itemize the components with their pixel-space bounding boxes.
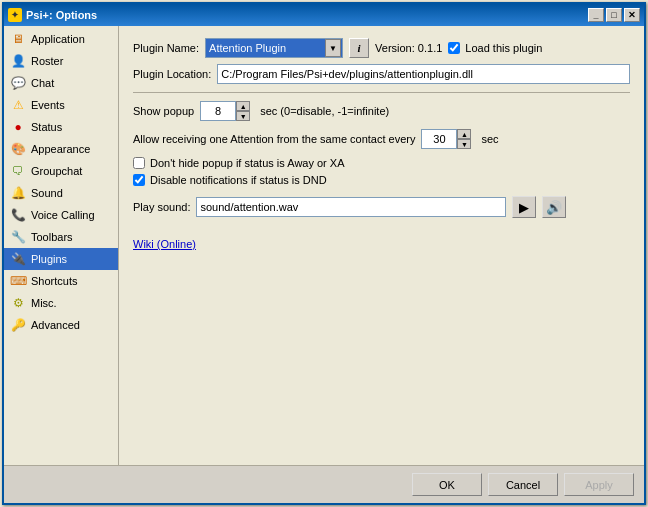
sidebar-item-appearance[interactable]: 🎨 Appearance: [4, 138, 118, 160]
play-icon: ▶: [519, 200, 529, 215]
allow-receiving-decrement[interactable]: ▼: [457, 139, 471, 149]
sidebar-label-application: Application: [31, 33, 85, 45]
info-icon: i: [358, 42, 361, 54]
sidebar-item-groupchat[interactable]: 🗨 Groupchat: [4, 160, 118, 182]
chat-icon: 💬: [10, 75, 26, 91]
version-text: Version: 0.1.1: [375, 42, 442, 54]
plugin-name-dropdown-wrapper: Attention Plugin ▼: [205, 38, 343, 58]
sidebar-item-plugins[interactable]: 🔌 Plugins: [4, 248, 118, 270]
sidebar-label-chat: Chat: [31, 77, 54, 89]
dont-hide-checkbox[interactable]: [133, 157, 145, 169]
play-sound-label: Play sound:: [133, 201, 190, 213]
play-sound-input[interactable]: [196, 197, 506, 217]
misc-icon: ⚙: [10, 295, 26, 311]
advanced-icon: 🔑: [10, 317, 26, 333]
application-icon: 🖥: [10, 31, 26, 47]
sidebar-item-application[interactable]: 🖥 Application: [4, 28, 118, 50]
status-icon: ●: [10, 119, 26, 135]
title-bar: ✦ Psi+: Options _ □ ✕: [4, 4, 644, 26]
sidebar-item-roster[interactable]: 👤 Roster: [4, 50, 118, 72]
dont-hide-label: Don't hide popup if status is Away or XA: [150, 157, 345, 169]
sound-icon: 🔔: [10, 185, 26, 201]
sidebar-label-toolbars: Toolbars: [31, 231, 73, 243]
show-popup-decrement[interactable]: ▼: [236, 111, 250, 121]
shortcuts-icon: ⌨: [10, 273, 26, 289]
roster-icon: 👤: [10, 53, 26, 69]
close-button[interactable]: ✕: [624, 8, 640, 22]
plugin-location-label: Plugin Location:: [133, 68, 211, 80]
load-plugin-checkbox[interactable]: [448, 42, 460, 54]
sidebar-item-sound[interactable]: 🔔 Sound: [4, 182, 118, 204]
sidebar-label-shortcuts: Shortcuts: [31, 275, 77, 287]
sidebar-label-sound: Sound: [31, 187, 63, 199]
bottom-bar: OK Cancel Apply: [4, 465, 644, 503]
show-popup-increment[interactable]: ▲: [236, 101, 250, 111]
load-plugin-label: Load this plugin: [465, 42, 542, 54]
window-icon: ✦: [8, 8, 22, 22]
plugin-name-select[interactable]: Attention Plugin: [205, 38, 343, 58]
plugin-location-input[interactable]: [217, 64, 630, 84]
sidebar-label-appearance: Appearance: [31, 143, 90, 155]
info-button[interactable]: i: [349, 38, 369, 58]
show-popup-spinbox: ▲ ▼: [200, 101, 250, 121]
sidebar: 🖥 Application 👤 Roster 💬 Chat ⚠ Events ●: [4, 26, 119, 465]
sidebar-label-advanced: Advanced: [31, 319, 80, 331]
window-title: Psi+: Options: [26, 9, 97, 21]
show-popup-input[interactable]: [200, 101, 236, 121]
sidebar-item-advanced[interactable]: 🔑 Advanced: [4, 314, 118, 336]
allow-receiving-label: Allow receiving one Attention from the s…: [133, 133, 415, 145]
plugin-name-label: Plugin Name:: [133, 42, 199, 54]
voice-calling-icon: 📞: [10, 207, 26, 223]
play-sound-button[interactable]: ▶: [512, 196, 536, 218]
show-popup-label: Show popup: [133, 105, 194, 117]
disable-notif-label: Disable notifications if status is DND: [150, 174, 327, 186]
plugins-icon: 🔌: [10, 251, 26, 267]
apply-button[interactable]: Apply: [564, 473, 634, 496]
main-window: ✦ Psi+: Options _ □ ✕ 🖥 Application 👤 Ro…: [2, 2, 646, 505]
events-icon: ⚠: [10, 97, 26, 113]
sidebar-label-events: Events: [31, 99, 65, 111]
mute-button[interactable]: 🔊: [542, 196, 566, 218]
show-popup-suffix: sec (0=disable, -1=infinite): [260, 105, 389, 117]
sidebar-item-events[interactable]: ⚠ Events: [4, 94, 118, 116]
allow-receiving-suffix: sec: [481, 133, 498, 145]
sidebar-item-chat[interactable]: 💬 Chat: [4, 72, 118, 94]
appearance-icon: 🎨: [10, 141, 26, 157]
allow-receiving-input[interactable]: [421, 129, 457, 149]
sidebar-label-plugins: Plugins: [31, 253, 67, 265]
ok-button[interactable]: OK: [412, 473, 482, 496]
toolbars-icon: 🔧: [10, 229, 26, 245]
sidebar-label-status: Status: [31, 121, 62, 133]
sidebar-label-roster: Roster: [31, 55, 63, 67]
sidebar-item-shortcuts[interactable]: ⌨ Shortcuts: [4, 270, 118, 292]
minimize-button[interactable]: _: [588, 8, 604, 22]
disable-notif-checkbox[interactable]: [133, 174, 145, 186]
allow-receiving-spinbox: ▲ ▼: [421, 129, 471, 149]
wiki-link[interactable]: Wiki (Online): [133, 238, 196, 250]
allow-receiving-increment[interactable]: ▲: [457, 129, 471, 139]
sidebar-label-voice-calling: Voice Calling: [31, 209, 95, 221]
sidebar-item-misc[interactable]: ⚙ Misc.: [4, 292, 118, 314]
sidebar-item-voice-calling[interactable]: 📞 Voice Calling: [4, 204, 118, 226]
sidebar-item-status[interactable]: ● Status: [4, 116, 118, 138]
maximize-button[interactable]: □: [606, 8, 622, 22]
main-panel: Plugin Name: Attention Plugin ▼ i Versio…: [119, 26, 644, 465]
cancel-button[interactable]: Cancel: [488, 473, 558, 496]
sidebar-label-groupchat: Groupchat: [31, 165, 82, 177]
sidebar-label-misc: Misc.: [31, 297, 57, 309]
sidebar-item-toolbars[interactable]: 🔧 Toolbars: [4, 226, 118, 248]
speaker-icon: 🔊: [546, 200, 562, 215]
groupchat-icon: 🗨: [10, 163, 26, 179]
